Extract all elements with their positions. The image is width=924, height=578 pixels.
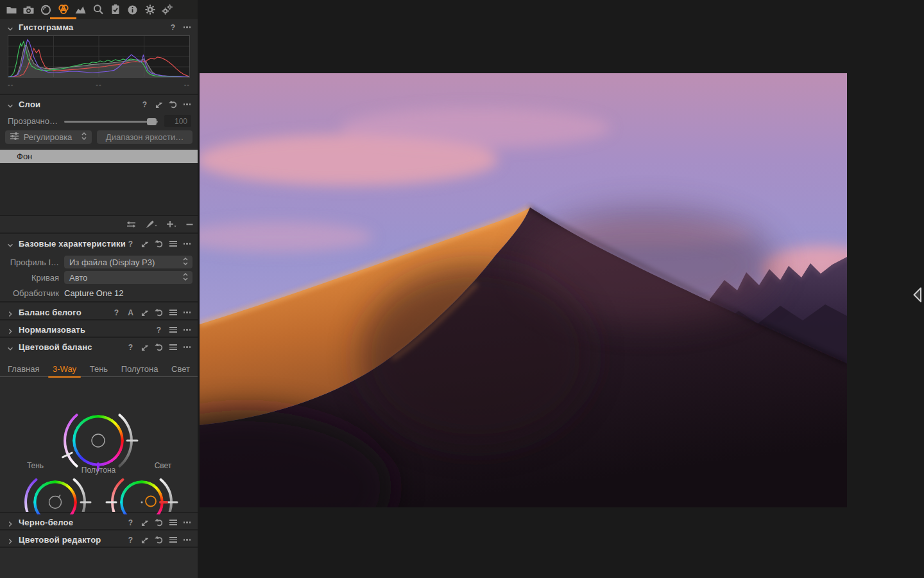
help-icon[interactable]: ? — [126, 518, 135, 527]
help-icon[interactable]: ? — [126, 343, 135, 351]
shadow-lightness-arc[interactable] — [74, 480, 85, 512]
panel-base-header[interactable]: Базовые характеристики ? — [0, 236, 198, 252]
light-color-picker[interactable] — [146, 496, 156, 507]
expand-icon[interactable] — [141, 518, 149, 527]
more-icon[interactable] — [183, 308, 191, 317]
help-icon[interactable]: ? — [112, 308, 121, 317]
camera-icon[interactable] — [22, 0, 35, 19]
light-wheel-controls[interactable] — [107, 480, 177, 512]
panel-title: Базовые характеристики — [19, 239, 126, 249]
opacity-slider-handle[interactable] — [147, 118, 157, 125]
midtone-saturation-arc[interactable] — [65, 415, 77, 466]
panel-color-balance-header[interactable]: Цветовой баланс ? — [0, 339, 198, 355]
curve-label: Кривая — [0, 273, 59, 283]
expand-icon[interactable] — [141, 343, 149, 351]
right-panel-collapse-arrow[interactable] — [912, 286, 923, 303]
reset-icon[interactable] — [155, 518, 163, 527]
workflow-gears-icon[interactable] — [160, 0, 174, 19]
panel-white-balance-header[interactable]: Баланс белого ? A — [0, 304, 198, 320]
tab-midtone[interactable]: Полутона — [121, 361, 158, 377]
chevron-down-icon[interactable] — [6, 344, 14, 351]
opacity-label: Прозрачно… — [8, 116, 58, 126]
shadow-wheel-controls[interactable] — [25, 480, 91, 512]
add-layer-icon[interactable] — [166, 220, 176, 231]
midtone-color-picker[interactable] — [92, 434, 105, 447]
more-icon[interactable] — [183, 536, 191, 544]
luma-range-button[interactable]: Диапазон яркости… — [97, 130, 193, 144]
tab-shadow[interactable]: Тень — [90, 361, 108, 377]
panel-normalize-header[interactable]: Нормализовать ? — [0, 322, 198, 338]
gear-icon[interactable] — [143, 0, 157, 19]
chevron-right-icon[interactable] — [6, 326, 14, 334]
opacity-value-field[interactable]: 100 — [164, 115, 191, 127]
shadow-color-picker[interactable] — [49, 496, 62, 509]
more-icon[interactable] — [183, 23, 191, 31]
expand-icon[interactable] — [141, 240, 149, 248]
reset-icon[interactable] — [155, 536, 163, 544]
reset-icon[interactable] — [155, 308, 163, 317]
more-icon[interactable] — [183, 343, 191, 351]
help-icon[interactable]: ? — [126, 536, 135, 544]
more-icon[interactable] — [183, 518, 191, 527]
chevron-right-icon[interactable] — [6, 519, 14, 527]
tab-3way[interactable]: 3-Way — [53, 361, 76, 377]
presets-menu-icon[interactable] — [169, 326, 177, 334]
presets-menu-icon[interactable] — [169, 343, 177, 351]
icc-profile-select[interactable]: Из файла (Display P3) — [64, 256, 193, 268]
auto-adjust-icon[interactable]: A — [126, 308, 135, 317]
tab-light[interactable]: Свет — [171, 361, 190, 377]
help-icon[interactable]: ? — [141, 100, 149, 109]
info-icon[interactable] — [126, 0, 139, 19]
chevron-right-icon[interactable] — [6, 309, 14, 317]
color-adjustments-icon[interactable] — [56, 0, 70, 19]
curve-value: Авто — [69, 273, 87, 283]
copy-adjustments-icon[interactable] — [126, 220, 136, 231]
presets-menu-icon[interactable] — [169, 240, 177, 248]
reset-icon[interactable] — [169, 100, 177, 109]
light-lightness-arc[interactable] — [161, 480, 171, 512]
curves-icon[interactable] — [74, 0, 87, 19]
panel-black-white-header[interactable]: Черно-белое ? — [0, 514, 198, 530]
draw-mask-brush-icon[interactable] — [145, 220, 157, 231]
help-icon[interactable]: ? — [169, 23, 177, 31]
curve-select[interactable]: Авто — [64, 271, 193, 284]
reset-icon[interactable] — [155, 240, 163, 248]
panel-title: Слои — [19, 100, 40, 109]
layer-row-background[interactable]: Фон — [0, 150, 198, 163]
help-icon[interactable]: ? — [155, 326, 163, 334]
loupe-icon[interactable] — [91, 0, 105, 19]
more-icon[interactable] — [183, 240, 191, 248]
light-wheel-center-dot — [141, 502, 143, 504]
axis-label-left: -- — [8, 80, 13, 88]
panel-layers-header[interactable]: Слои ? — [0, 96, 198, 112]
expand-icon[interactable] — [141, 536, 149, 544]
clipboard-check-icon[interactable] — [108, 0, 122, 19]
presets-menu-icon[interactable] — [169, 518, 177, 527]
help-icon[interactable]: ? — [126, 240, 135, 248]
expand-icon[interactable] — [155, 100, 163, 109]
folder-icon[interactable] — [4, 0, 18, 19]
lens-icon[interactable] — [39, 0, 53, 19]
presets-menu-icon[interactable] — [169, 308, 177, 317]
photo-canvas[interactable] — [200, 73, 847, 507]
chevron-down-icon[interactable] — [6, 101, 14, 109]
opacity-slider[interactable] — [64, 121, 158, 123]
shadow-saturation-arc[interactable] — [26, 480, 36, 512]
chevron-right-icon[interactable] — [6, 536, 14, 544]
panel-histogram-header[interactable]: Гистограмма ? — [0, 19, 198, 35]
more-icon[interactable] — [183, 326, 191, 334]
reset-icon[interactable] — [155, 343, 163, 351]
tab-main[interactable]: Главная — [8, 361, 39, 377]
engine-value: Capture One 12 — [64, 288, 124, 298]
midtone-wheel-controls[interactable] — [63, 415, 137, 470]
panel-white-balance: Баланс белого ? A — [0, 304, 198, 320]
presets-menu-icon[interactable] — [169, 536, 177, 544]
adjustment-type-dropdown[interactable]: Регулировка — [5, 130, 92, 144]
panel-color-editor-header[interactable]: Цветовой редактор ? — [0, 532, 198, 548]
more-icon[interactable] — [183, 100, 191, 109]
remove-layer-icon[interactable] — [185, 220, 194, 231]
expand-icon[interactable] — [141, 308, 149, 317]
light-saturation-arc[interactable] — [112, 480, 123, 512]
chevron-down-icon[interactable] — [6, 24, 14, 31]
chevron-down-icon[interactable] — [6, 240, 14, 248]
